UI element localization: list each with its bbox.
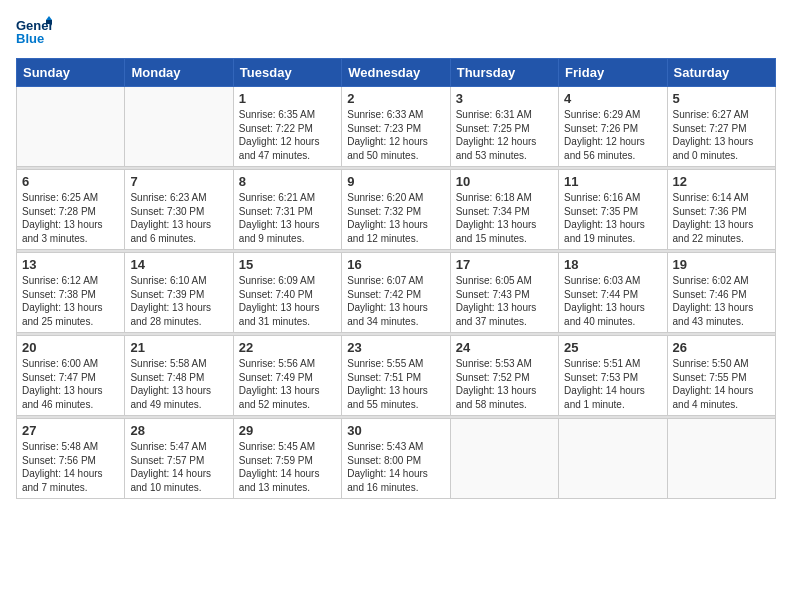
day-number: 13 (22, 257, 119, 272)
calendar-cell: 1Sunrise: 6:35 AM Sunset: 7:22 PM Daylig… (233, 87, 341, 167)
weekday-header-saturday: Saturday (667, 59, 775, 87)
weekday-header-monday: Monday (125, 59, 233, 87)
logo: General Blue (16, 16, 52, 46)
day-info: Sunrise: 6:00 AM Sunset: 7:47 PM Dayligh… (22, 357, 119, 411)
day-number: 17 (456, 257, 553, 272)
calendar-cell: 27Sunrise: 5:48 AM Sunset: 7:56 PM Dayli… (17, 419, 125, 499)
day-info: Sunrise: 6:09 AM Sunset: 7:40 PM Dayligh… (239, 274, 336, 328)
day-info: Sunrise: 6:03 AM Sunset: 7:44 PM Dayligh… (564, 274, 661, 328)
day-number: 27 (22, 423, 119, 438)
calendar-cell (667, 419, 775, 499)
week-row-3: 13Sunrise: 6:12 AM Sunset: 7:38 PM Dayli… (17, 253, 776, 333)
calendar-cell: 3Sunrise: 6:31 AM Sunset: 7:25 PM Daylig… (450, 87, 558, 167)
calendar-cell: 28Sunrise: 5:47 AM Sunset: 7:57 PM Dayli… (125, 419, 233, 499)
week-row-4: 20Sunrise: 6:00 AM Sunset: 7:47 PM Dayli… (17, 336, 776, 416)
day-number: 11 (564, 174, 661, 189)
calendar-cell (17, 87, 125, 167)
day-info: Sunrise: 5:43 AM Sunset: 8:00 PM Dayligh… (347, 440, 444, 494)
day-info: Sunrise: 6:20 AM Sunset: 7:32 PM Dayligh… (347, 191, 444, 245)
calendar-cell: 8Sunrise: 6:21 AM Sunset: 7:31 PM Daylig… (233, 170, 341, 250)
day-number: 6 (22, 174, 119, 189)
day-info: Sunrise: 6:02 AM Sunset: 7:46 PM Dayligh… (673, 274, 770, 328)
day-info: Sunrise: 6:31 AM Sunset: 7:25 PM Dayligh… (456, 108, 553, 162)
day-number: 15 (239, 257, 336, 272)
calendar-cell: 15Sunrise: 6:09 AM Sunset: 7:40 PM Dayli… (233, 253, 341, 333)
calendar-cell: 9Sunrise: 6:20 AM Sunset: 7:32 PM Daylig… (342, 170, 450, 250)
day-info: Sunrise: 5:53 AM Sunset: 7:52 PM Dayligh… (456, 357, 553, 411)
day-number: 18 (564, 257, 661, 272)
calendar-cell: 23Sunrise: 5:55 AM Sunset: 7:51 PM Dayli… (342, 336, 450, 416)
calendar-cell: 20Sunrise: 6:00 AM Sunset: 7:47 PM Dayli… (17, 336, 125, 416)
day-info: Sunrise: 6:35 AM Sunset: 7:22 PM Dayligh… (239, 108, 336, 162)
weekday-header-row: SundayMondayTuesdayWednesdayThursdayFrid… (17, 59, 776, 87)
day-number: 5 (673, 91, 770, 106)
day-info: Sunrise: 6:05 AM Sunset: 7:43 PM Dayligh… (456, 274, 553, 328)
calendar-cell: 11Sunrise: 6:16 AM Sunset: 7:35 PM Dayli… (559, 170, 667, 250)
day-info: Sunrise: 6:23 AM Sunset: 7:30 PM Dayligh… (130, 191, 227, 245)
calendar-cell: 7Sunrise: 6:23 AM Sunset: 7:30 PM Daylig… (125, 170, 233, 250)
day-info: Sunrise: 5:56 AM Sunset: 7:49 PM Dayligh… (239, 357, 336, 411)
day-number: 30 (347, 423, 444, 438)
calendar-cell: 4Sunrise: 6:29 AM Sunset: 7:26 PM Daylig… (559, 87, 667, 167)
calendar-cell: 5Sunrise: 6:27 AM Sunset: 7:27 PM Daylig… (667, 87, 775, 167)
day-info: Sunrise: 6:33 AM Sunset: 7:23 PM Dayligh… (347, 108, 444, 162)
day-info: Sunrise: 6:07 AM Sunset: 7:42 PM Dayligh… (347, 274, 444, 328)
calendar-cell: 10Sunrise: 6:18 AM Sunset: 7:34 PM Dayli… (450, 170, 558, 250)
day-number: 28 (130, 423, 227, 438)
calendar-cell: 2Sunrise: 6:33 AM Sunset: 7:23 PM Daylig… (342, 87, 450, 167)
day-number: 7 (130, 174, 227, 189)
day-info: Sunrise: 6:21 AM Sunset: 7:31 PM Dayligh… (239, 191, 336, 245)
day-info: Sunrise: 6:14 AM Sunset: 7:36 PM Dayligh… (673, 191, 770, 245)
day-number: 21 (130, 340, 227, 355)
day-info: Sunrise: 5:58 AM Sunset: 7:48 PM Dayligh… (130, 357, 227, 411)
day-number: 16 (347, 257, 444, 272)
week-row-1: 1Sunrise: 6:35 AM Sunset: 7:22 PM Daylig… (17, 87, 776, 167)
calendar-cell (125, 87, 233, 167)
day-info: Sunrise: 5:55 AM Sunset: 7:51 PM Dayligh… (347, 357, 444, 411)
calendar-cell: 30Sunrise: 5:43 AM Sunset: 8:00 PM Dayli… (342, 419, 450, 499)
calendar-cell (559, 419, 667, 499)
day-number: 22 (239, 340, 336, 355)
day-info: Sunrise: 5:50 AM Sunset: 7:55 PM Dayligh… (673, 357, 770, 411)
day-number: 3 (456, 91, 553, 106)
calendar-cell: 26Sunrise: 5:50 AM Sunset: 7:55 PM Dayli… (667, 336, 775, 416)
calendar-cell (450, 419, 558, 499)
calendar-cell: 18Sunrise: 6:03 AM Sunset: 7:44 PM Dayli… (559, 253, 667, 333)
weekday-header-thursday: Thursday (450, 59, 558, 87)
day-info: Sunrise: 6:25 AM Sunset: 7:28 PM Dayligh… (22, 191, 119, 245)
weekday-header-tuesday: Tuesday (233, 59, 341, 87)
calendar-cell: 17Sunrise: 6:05 AM Sunset: 7:43 PM Dayli… (450, 253, 558, 333)
calendar-cell: 24Sunrise: 5:53 AM Sunset: 7:52 PM Dayli… (450, 336, 558, 416)
calendar-table: SundayMondayTuesdayWednesdayThursdayFrid… (16, 58, 776, 499)
day-number: 14 (130, 257, 227, 272)
day-number: 24 (456, 340, 553, 355)
calendar-cell: 12Sunrise: 6:14 AM Sunset: 7:36 PM Dayli… (667, 170, 775, 250)
day-info: Sunrise: 6:10 AM Sunset: 7:39 PM Dayligh… (130, 274, 227, 328)
day-info: Sunrise: 6:18 AM Sunset: 7:34 PM Dayligh… (456, 191, 553, 245)
day-info: Sunrise: 5:45 AM Sunset: 7:59 PM Dayligh… (239, 440, 336, 494)
page-header: General Blue (16, 16, 776, 46)
day-info: Sunrise: 5:51 AM Sunset: 7:53 PM Dayligh… (564, 357, 661, 411)
day-number: 26 (673, 340, 770, 355)
calendar-cell: 22Sunrise: 5:56 AM Sunset: 7:49 PM Dayli… (233, 336, 341, 416)
day-number: 10 (456, 174, 553, 189)
day-info: Sunrise: 6:29 AM Sunset: 7:26 PM Dayligh… (564, 108, 661, 162)
day-info: Sunrise: 6:27 AM Sunset: 7:27 PM Dayligh… (673, 108, 770, 162)
svg-marker-3 (46, 20, 52, 24)
day-number: 25 (564, 340, 661, 355)
week-row-2: 6Sunrise: 6:25 AM Sunset: 7:28 PM Daylig… (17, 170, 776, 250)
day-number: 1 (239, 91, 336, 106)
day-number: 2 (347, 91, 444, 106)
calendar-cell: 14Sunrise: 6:10 AM Sunset: 7:39 PM Dayli… (125, 253, 233, 333)
calendar-cell: 19Sunrise: 6:02 AM Sunset: 7:46 PM Dayli… (667, 253, 775, 333)
weekday-header-wednesday: Wednesday (342, 59, 450, 87)
svg-text:Blue: Blue (16, 31, 44, 46)
day-number: 29 (239, 423, 336, 438)
day-info: Sunrise: 6:12 AM Sunset: 7:38 PM Dayligh… (22, 274, 119, 328)
day-number: 20 (22, 340, 119, 355)
day-number: 9 (347, 174, 444, 189)
weekday-header-friday: Friday (559, 59, 667, 87)
day-number: 23 (347, 340, 444, 355)
weekday-header-sunday: Sunday (17, 59, 125, 87)
day-info: Sunrise: 5:47 AM Sunset: 7:57 PM Dayligh… (130, 440, 227, 494)
